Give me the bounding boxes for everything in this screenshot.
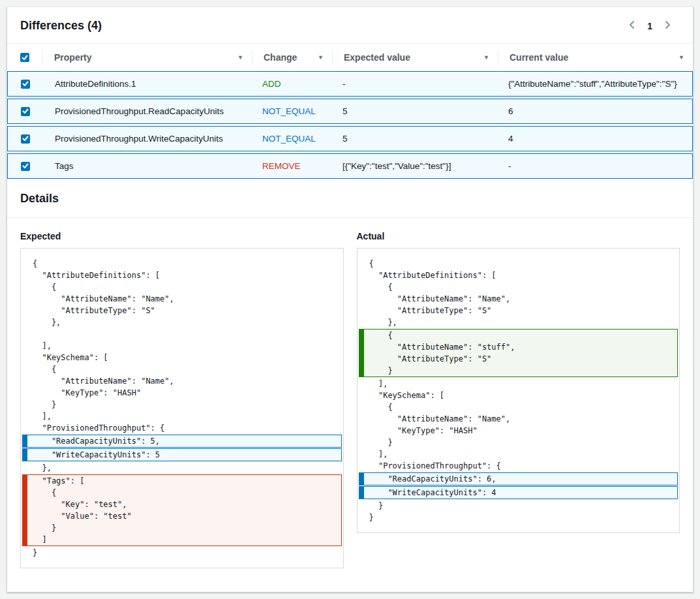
- json-code-box: { "AttributeDefinitions": [ { "Attribute…: [357, 248, 680, 533]
- row-checkbox-cell: [8, 127, 43, 151]
- code-line: "AttributeType": "S": [359, 353, 678, 365]
- code-line: "KeySchema": [: [21, 352, 343, 363]
- code-line: {: [358, 258, 680, 269]
- diff-panels: Expected{ "AttributeDefinitions": [ { "A…: [7, 218, 693, 592]
- filter-caret-icon[interactable]: ▼: [678, 55, 684, 61]
- row-checkbox[interactable]: [21, 107, 30, 116]
- code-line: "AttributeType": "S": [21, 305, 343, 316]
- cell-change: ADD: [252, 72, 333, 96]
- column-header-current-value: Current value ▼: [498, 44, 693, 71]
- code-line: }: [21, 399, 343, 410]
- code-line: }: [23, 522, 341, 534]
- cell-property: AttributeDefinitions.1: [43, 72, 252, 96]
- cell-property: Tags: [43, 154, 252, 178]
- chevron-right-icon: [664, 20, 672, 31]
- code-line: {: [359, 330, 678, 341]
- pagination: 1: [625, 20, 680, 33]
- code-line: }: [358, 512, 680, 523]
- table-header: Property ▼ Change ▼ Expected value ▼ Cur…: [7, 44, 693, 71]
- cell-current-value: 4: [498, 127, 692, 151]
- panel-label: Actual: [357, 231, 680, 241]
- cell-current-value: {"AttributeName":"stuff","AttributeType"…: [498, 72, 692, 96]
- panel-label: Expected: [20, 231, 344, 241]
- code-line: {: [21, 258, 343, 269]
- code-line: ]: [23, 534, 341, 545]
- row-checkbox-cell: [8, 99, 43, 123]
- page-title: Differences (4): [20, 19, 102, 33]
- filter-caret-icon[interactable]: ▼: [318, 55, 324, 61]
- code-line: }: [358, 500, 680, 512]
- diff-panel-actual: Actual{ "AttributeDefinitions": [ { "Att…: [357, 231, 680, 533]
- json-code-box: { "AttributeDefinitions": [ { "Attribute…: [20, 248, 344, 568]
- cell-change: REMOVE: [252, 154, 333, 178]
- filter-caret-icon[interactable]: ▼: [237, 55, 243, 61]
- code-line: }: [359, 365, 678, 376]
- row-checkbox[interactable]: [21, 80, 30, 89]
- row-checkbox[interactable]: [21, 134, 30, 144]
- code-line: "KeyType": "HASH": [21, 387, 343, 399]
- cell-current-value: 6: [498, 99, 692, 123]
- cell-current-value: -: [498, 154, 692, 178]
- code-line: "ProvisionedThroughput": {: [358, 460, 680, 472]
- code-line: {: [358, 401, 680, 413]
- column-header-change: Change ▼: [252, 44, 332, 71]
- code-line: ],: [21, 410, 343, 422]
- row-checkbox-cell: [8, 154, 43, 178]
- details-title: Details: [20, 192, 680, 206]
- cell-expected-value: 5: [333, 127, 498, 151]
- code-line: },: [358, 316, 680, 328]
- code-line: },: [21, 316, 343, 328]
- code-line: ],: [358, 378, 680, 390]
- diff-panel-expected: Expected{ "AttributeDefinitions": [ { "A…: [20, 231, 344, 568]
- code-line: "AttributeName": "Name",: [21, 293, 343, 305]
- code-line: "AttributeDefinitions": [: [21, 269, 343, 281]
- code-line: "KeyType": "HASH": [358, 425, 680, 437]
- code-line: "ProvisionedThroughput": {: [21, 422, 343, 434]
- code-line: "Value": "test": [23, 510, 341, 522]
- next-page-button[interactable]: [662, 20, 675, 33]
- diff-added-block: { "AttributeName": "stuff", "AttributeTy…: [359, 329, 678, 377]
- differences-card: Differences (4) 1 Property ▼: [7, 7, 693, 592]
- diff-changed-line: "WriteCapacityUnits": 5: [22, 448, 342, 461]
- code-line: {: [21, 281, 343, 293]
- diff-changed-line: "WriteCapacityUnits": 4: [359, 486, 678, 499]
- code-line: "AttributeType": "S": [358, 305, 680, 316]
- header-checkbox-cell: [7, 44, 42, 71]
- code-line: "AttributeName": "stuff",: [359, 341, 678, 353]
- cell-change: NOT_EQUAL: [252, 127, 333, 151]
- code-line: "AttributeName": "Name",: [358, 293, 680, 305]
- row-checkbox-cell: [8, 72, 43, 96]
- column-header-property: Property ▼: [42, 44, 252, 71]
- previous-page-button[interactable]: [625, 20, 638, 33]
- current-page-indicator[interactable]: 1: [647, 21, 652, 31]
- code-line: "AttributeName": "Name",: [21, 375, 343, 387]
- filter-caret-icon[interactable]: ▼: [483, 55, 489, 61]
- code-line: },: [21, 462, 343, 474]
- code-line: "WriteCapacityUnits": 5: [23, 449, 341, 461]
- code-line: "AttributeName": "Name",: [358, 413, 680, 425]
- code-line: {: [358, 281, 680, 293]
- details-header: Details: [7, 179, 693, 218]
- cell-property: ProvisionedThroughput.WriteCapacityUnits: [43, 127, 252, 151]
- code-line: [21, 328, 343, 340]
- chevron-left-icon: [628, 20, 635, 31]
- code-line: }: [21, 547, 343, 559]
- table-row: TagsREMOVE[{"Key":"test","Value":"test"}…: [7, 153, 693, 179]
- cell-expected-value: [{"Key":"test","Value":"test"}]: [333, 154, 498, 178]
- code-line: "KeySchema": [: [358, 390, 680, 401]
- code-line: }: [358, 437, 680, 448]
- code-line: ],: [21, 340, 343, 352]
- code-line: "ReadCapacityUnits": 5,: [23, 435, 341, 447]
- table-row: ProvisionedThroughput.ReadCapacityUnitsN…: [7, 99, 693, 124]
- diff-changed-line: "ReadCapacityUnits": 6,: [359, 472, 678, 485]
- code-line: "Key": "test",: [23, 499, 341, 510]
- code-line: "Tags": [: [23, 475, 341, 487]
- row-checkbox[interactable]: [21, 162, 30, 171]
- table-row: ProvisionedThroughput.WriteCapacityUnits…: [7, 126, 693, 151]
- column-header-expected-value: Expected value ▼: [332, 44, 498, 71]
- table-rows: AttributeDefinitions.1ADD-{"AttributeNam…: [7, 71, 693, 179]
- card-header: Differences (4) 1: [7, 7, 693, 44]
- code-line: "AttributeDefinitions": [: [358, 269, 680, 281]
- cell-expected-value: 5: [333, 99, 498, 123]
- select-all-checkbox[interactable]: [20, 53, 29, 62]
